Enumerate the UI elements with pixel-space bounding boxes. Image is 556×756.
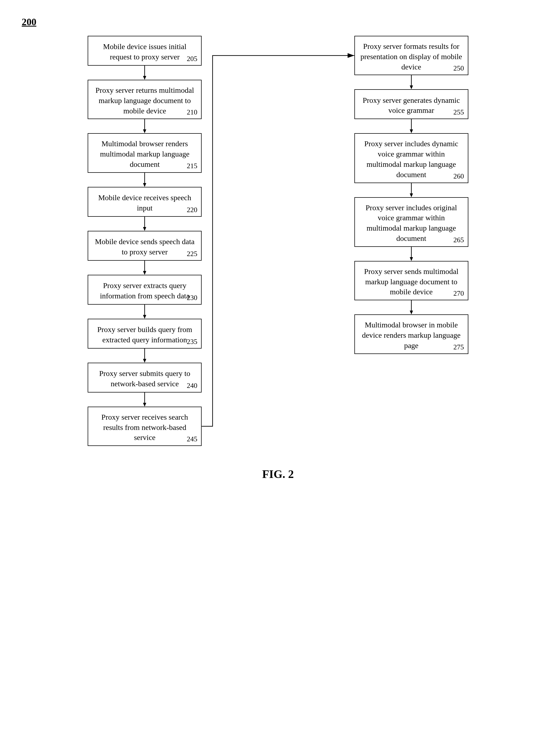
fig-caption: FIG. 2 <box>22 468 534 481</box>
arrow-270-275 <box>408 300 415 314</box>
box-225: Mobile device sends speech data to proxy… <box>88 231 202 261</box>
box-255: Proxy server generates dynamic voice gra… <box>354 89 468 119</box>
arrow-265-270 <box>408 247 415 261</box>
svg-marker-15 <box>143 403 146 407</box>
svg-marker-3 <box>143 130 146 133</box>
arrow-230-235 <box>141 304 148 319</box>
arrow-260-265 <box>408 183 415 197</box>
arrow-255-260 <box>408 119 415 133</box>
diagram-label: 200 <box>22 16 534 28</box>
box-210: Proxy server returns multimodal markup l… <box>88 80 202 119</box>
arrow-240-245 <box>141 393 148 407</box>
svg-marker-17 <box>410 85 413 89</box>
right-column: Proxy server formats results for present… <box>288 36 534 354</box>
box-240: Proxy server submits query to network-ba… <box>88 363 202 393</box>
svg-marker-13 <box>143 359 146 363</box>
arrow-220-225 <box>141 217 148 231</box>
svg-marker-11 <box>143 315 146 319</box>
svg-marker-5 <box>143 183 146 187</box>
box-250: Proxy server formats results for present… <box>354 36 468 75</box>
box-220: Mobile device receives speech input 220 <box>88 187 202 217</box>
svg-marker-23 <box>410 257 413 261</box>
svg-marker-7 <box>143 227 146 231</box>
box-205: Mobile device issues initial request to … <box>88 36 202 66</box>
svg-marker-19 <box>410 130 413 133</box>
box-275: Multimodal browser in mobile device rend… <box>354 314 468 354</box>
arrow-225-230 <box>141 261 148 275</box>
svg-marker-25 <box>410 311 413 314</box>
left-column: Mobile device issues initial request to … <box>22 36 268 446</box>
box-230: Proxy server extracts query information … <box>88 275 202 304</box>
box-265: Proxy server includes original voice gra… <box>354 197 468 247</box>
box-270: Proxy server sends multimodal markup lan… <box>354 261 468 300</box>
svg-marker-1 <box>143 76 146 80</box>
arrow-205-210 <box>141 66 148 80</box>
diagram-container: Mobile device issues initial request to … <box>22 36 534 446</box>
arrow-210-215 <box>141 119 148 133</box>
svg-marker-9 <box>143 271 146 275</box>
box-215: Multimodal browser renders multimodal ma… <box>88 133 202 173</box>
box-235: Proxy server builds query from extracted… <box>88 319 202 349</box>
arrow-250-255 <box>408 75 415 89</box>
box-245: Proxy server receives search results fro… <box>88 407 202 446</box>
box-260: Proxy server includes dynamic voice gram… <box>354 133 468 183</box>
arrow-235-240 <box>141 349 148 363</box>
svg-marker-21 <box>410 193 413 197</box>
arrow-215-220 <box>141 173 148 187</box>
